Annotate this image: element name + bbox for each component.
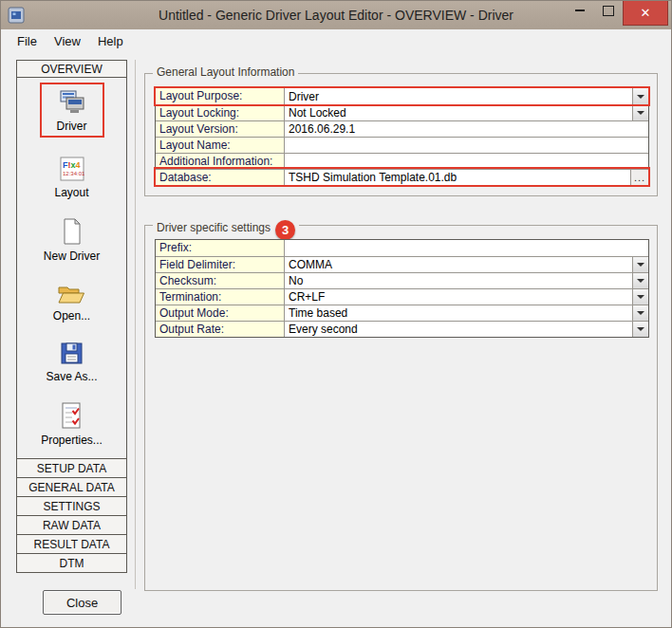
layout-name-field[interactable] — [285, 138, 648, 153]
output-rate-label: Output Rate: — [156, 322, 285, 337]
output-rate-value: Every second — [289, 322, 358, 337]
application-window: Untitled - Generic Driver Layout Editor … — [0, 0, 672, 628]
main-divider — [135, 60, 136, 589]
title-bar: Untitled - Generic Driver Layout Editor … — [1, 1, 671, 29]
annotation-badge-3: 3 — [275, 220, 295, 240]
svg-text:F!x4: F!x4 — [63, 160, 81, 170]
chevron-down-icon[interactable] — [632, 289, 648, 305]
maximize-button[interactable] — [594, 1, 623, 20]
sidebar-item-raw-data[interactable]: RAW DATA — [16, 516, 127, 535]
termination-combobox[interactable]: CR+LF — [285, 289, 648, 305]
sidebar-toolbox: Driver F!x4 12:34:01 Layout New Driver — [16, 78, 127, 459]
prefix-field[interactable] — [285, 240, 648, 256]
additional-information-field[interactable] — [285, 154, 648, 169]
sidebar-sections: SETUP DATA GENERAL DATA SETTINGS RAW DAT… — [16, 459, 127, 573]
driver-settings-table: Prefix: Field Delimiter: COMMA Checksum:… — [155, 239, 649, 338]
general-layout-information-title: General Layout Information — [153, 65, 298, 79]
general-layout-information-label: General Layout Information — [157, 65, 294, 79]
overview-button[interactable]: OVERVIEW — [16, 60, 127, 78]
save-as-icon — [60, 342, 84, 365]
tool-driver-label: Driver — [57, 120, 87, 133]
layout-purpose-value: Driver — [289, 89, 319, 104]
sidebar: OVERVIEW Driver — [16, 60, 127, 573]
database-browse-button[interactable]: ... — [630, 170, 648, 185]
row-field-delimiter: Field Delimiter: COMMA — [156, 256, 648, 272]
checksum-value: No — [289, 273, 303, 288]
chevron-down-icon[interactable] — [632, 273, 648, 288]
tool-new-driver-label: New Driver — [44, 249, 100, 263]
chevron-down-icon[interactable] — [632, 322, 648, 337]
layout-purpose-combobox[interactable]: Driver — [285, 88, 648, 104]
row-termination: Termination: CR+LF — [156, 288, 648, 305]
driver-specific-settings-title: Driver specific settings 3 — [153, 217, 299, 237]
prefix-label: Prefix: — [156, 240, 285, 256]
properties-icon — [61, 402, 82, 429]
row-output-mode: Output Mode: Time based — [156, 305, 648, 321]
tool-open[interactable]: Open... — [53, 283, 90, 323]
layout-version-value: 2016.06.29.1 — [289, 121, 355, 137]
window-controls: ✕ — [566, 1, 668, 26]
field-delimiter-value: COMMA — [289, 257, 332, 272]
tool-layout-label: Layout — [54, 186, 88, 199]
row-output-rate: Output Rate: Every second — [156, 321, 648, 337]
maximize-icon — [603, 6, 614, 16]
database-field[interactable]: TSHD Simulation Template.01.db ... — [285, 170, 648, 185]
tool-properties-label: Properties... — [41, 434, 103, 447]
layout-locking-label: Layout Locking: — [156, 105, 285, 120]
database-value: TSHD Simulation Template.01.db — [289, 170, 457, 185]
row-checksum: Checksum: No — [156, 272, 648, 288]
chevron-down-icon[interactable] — [632, 305, 648, 321]
close-button[interactable]: Close — [43, 590, 121, 615]
layout-locking-combobox[interactable]: Not Locked — [285, 105, 648, 120]
row-layout-purpose: Layout Purpose: Driver — [156, 88, 648, 104]
output-rate-combobox[interactable]: Every second — [285, 322, 648, 337]
row-layout-locking: Layout Locking: Not Locked — [156, 104, 648, 120]
sidebar-item-result-data[interactable]: RESULT DATA — [16, 535, 127, 554]
additional-information-label: Additional Information: — [156, 154, 285, 169]
chevron-down-icon[interactable] — [632, 88, 648, 104]
general-layout-information-group: General Layout Information Layout Purpos… — [144, 73, 658, 196]
tool-properties[interactable]: Properties... — [41, 402, 103, 447]
tool-new-driver[interactable]: New Driver — [44, 218, 100, 263]
driver-specific-settings-label: Driver specific settings — [157, 221, 271, 234]
database-label: Database: — [156, 170, 285, 185]
new-driver-icon — [62, 218, 83, 245]
minimize-button[interactable] — [566, 1, 594, 20]
tool-save-as[interactable]: Save As... — [46, 342, 97, 383]
field-delimiter-label: Field Delimiter: — [156, 257, 285, 272]
row-additional-information: Additional Information: — [156, 153, 648, 169]
menu-item-view[interactable]: View — [46, 31, 89, 51]
sidebar-item-general-data[interactable]: GENERAL DATA — [16, 478, 127, 497]
tool-save-as-label: Save As... — [46, 370, 97, 383]
checksum-label: Checksum: — [156, 273, 285, 288]
output-mode-combobox[interactable]: Time based — [285, 305, 648, 321]
tool-layout[interactable]: F!x4 12:34:01 Layout — [54, 157, 88, 199]
chevron-down-icon[interactable] — [632, 257, 648, 272]
row-layout-name: Layout Name: — [156, 137, 648, 153]
tool-open-label: Open... — [53, 309, 90, 323]
close-icon: ✕ — [641, 6, 651, 20]
sidebar-item-dtm[interactable]: DTM — [16, 554, 127, 573]
menu-item-help[interactable]: Help — [89, 31, 132, 51]
sidebar-item-settings[interactable]: SETTINGS — [16, 497, 127, 516]
layout-locking-value: Not Locked — [289, 105, 346, 120]
open-folder-icon — [57, 283, 85, 305]
layout-name-label: Layout Name: — [156, 138, 285, 153]
close-window-button[interactable]: ✕ — [623, 1, 668, 26]
row-layout-version: Layout Version: 2016.06.29.1 — [156, 120, 648, 137]
layout-purpose-label: Layout Purpose: — [156, 88, 285, 104]
checksum-combobox[interactable]: No — [285, 273, 648, 288]
sidebar-item-setup-data[interactable]: SETUP DATA — [16, 459, 127, 478]
general-info-table: Layout Purpose: Driver Layout Locking: N… — [155, 87, 649, 186]
menu-item-file[interactable]: File — [9, 31, 46, 51]
annotation-driver-highlight: Driver — [40, 83, 104, 138]
minimize-icon — [575, 9, 585, 11]
layout-icon: F!x4 12:34:01 — [60, 157, 84, 181]
svg-text:12:34:01: 12:34:01 — [63, 171, 84, 176]
output-mode-value: Time based — [289, 305, 347, 321]
field-delimiter-combobox[interactable]: COMMA — [285, 257, 648, 272]
tool-driver[interactable]: Driver — [57, 89, 87, 133]
row-database: Database: TSHD Simulation Template.01.db… — [156, 169, 648, 185]
layout-version-field[interactable]: 2016.06.29.1 — [285, 121, 648, 137]
chevron-down-icon[interactable] — [632, 105, 648, 120]
